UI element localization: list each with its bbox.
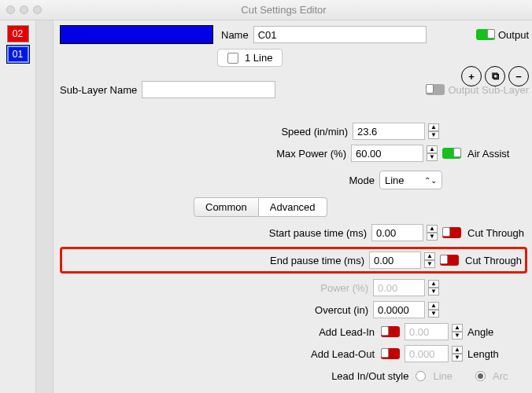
layer-color-swatch[interactable] [60,25,213,44]
air-assist-toggle[interactable] [442,148,461,159]
lead-in-toggle[interactable] [381,326,400,337]
sublayer-input[interactable] [142,81,275,98]
end-pause-row: End pause time (ms) ▲▼ Cut Through [62,251,525,270]
lead-style-line-label: Line [433,370,453,382]
name-row: Name Output [60,25,529,44]
output-sublayer-toggle[interactable] [426,84,445,95]
mode-label: Mode [349,174,375,186]
mode-row: Mode Line ⌃⌄ [60,171,527,189]
start-pause-label: Start pause time (ms) [269,227,367,239]
lead-out-spinner: ▲▼ [452,346,463,362]
speed-label: Speed (in/min) [281,126,348,138]
power-label: Power (%) [320,282,368,294]
one-line-row: 1 Line [60,49,529,67]
lead-out-input [405,345,449,362]
end-pause-highlight: End pause time (ms) ▲▼ Cut Through [60,247,527,274]
lead-in-label: Add Lead-In [319,326,375,338]
end-pause-input[interactable] [369,252,421,269]
speed-input[interactable] [353,123,425,140]
max-power-spinner[interactable]: ▲▼ [427,145,438,161]
lead-out-label: Add Lead-Out [311,348,375,360]
lead-style-label: Lead In/Out style [331,370,408,382]
copy-icon: ⧉ [492,70,499,83]
sublayer-label: Sub-Layer Name [60,84,137,96]
max-power-input[interactable] [351,145,423,162]
lead-in-after: Angle [467,326,527,338]
name-label: Name [221,29,249,41]
lead-style-line-radio[interactable] [416,371,426,381]
overcut-input[interactable] [373,301,425,318]
layer-tile-02[interactable]: 02 [7,25,29,42]
sidebar-gutter [36,20,54,393]
start-pause-row: Start pause time (ms) ▲▼ Cut Through [60,223,527,242]
one-line-button[interactable]: 1 Line [217,49,283,67]
speed-spinner[interactable]: ▲▼ [428,123,439,139]
minus-icon: − [515,71,522,83]
basic-params: Speed (in/min) ▲▼ Max Power (%) ▲▼ Air A… [60,122,529,189]
lead-in-input [405,323,449,340]
start-pause-spinner[interactable]: ▲▼ [427,225,438,241]
overcut-spinner[interactable]: ▲▼ [428,302,439,318]
tab-common[interactable]: Common [194,197,259,217]
lead-style-arc-label: Arc [493,370,527,382]
close-window-icon[interactable] [6,6,15,14]
remove-button[interactable]: − [508,66,529,86]
lead-in-spinner: ▲▼ [452,324,463,340]
end-cut-through-toggle[interactable] [440,255,459,266]
sublayer-row: Sub-Layer Name Output Sub-Layer [60,81,529,98]
tab-advanced[interactable]: Advanced [259,197,327,217]
one-line-checkbox-icon [227,53,238,64]
lead-out-toggle[interactable] [381,348,400,359]
start-cut-through-toggle[interactable] [442,227,461,238]
power-spinner: ▲▼ [428,280,439,296]
lead-style-arc-radio[interactable] [475,371,486,381]
overcut-label: Overcut (in) [315,304,368,316]
minimize-window-icon[interactable] [20,6,28,14]
advanced-params: Start pause time (ms) ▲▼ Cut Through End… [60,223,529,385]
titlebar: Cut Settings Editor [0,0,532,20]
air-assist-label: Air Assist [467,148,527,160]
layer-sidebar: 02 01 [0,20,36,393]
lead-out-after: Length [467,348,527,360]
lead-style-row: Lead In/Out style Line Arc [60,366,527,385]
max-power-label: Max Power (%) [276,148,346,160]
add-button[interactable]: + [461,66,482,86]
plus-icon: + [468,71,475,83]
output-toggle[interactable] [476,29,495,40]
start-pause-input[interactable] [371,224,423,241]
icon-button-row: + ⧉ − [461,66,529,86]
layer-tile-01[interactable]: 01 [7,46,29,63]
power-row: Power (%) ▲▼ [60,278,527,297]
main-panel: Name Output 1 Line + ⧉ − Sub-Layer Name … [54,20,532,393]
zoom-window-icon[interactable] [33,6,42,14]
end-pause-spinner[interactable]: ▲▼ [424,252,435,268]
power-input [373,279,425,296]
end-cut-through-label: Cut Through [465,255,525,266]
lead-in-row: Add Lead-In ▲▼ Angle [60,322,527,341]
one-line-label: 1 Line [245,52,272,64]
end-pause-label: End pause time (ms) [270,255,364,266]
lead-out-row: Add Lead-Out ▲▼ Length [60,344,527,363]
max-power-row: Max Power (%) ▲▼ Air Assist [60,144,527,163]
content-area: 02 01 Name Output 1 Line + ⧉ − S [0,20,532,393]
start-cut-through-label: Cut Through [467,227,527,239]
tabs: Common Advanced [194,197,529,217]
chevron-updown-icon: ⌃⌄ [424,176,437,185]
name-input[interactable] [253,26,427,43]
window-controls [6,6,42,14]
mode-select[interactable]: Line ⌃⌄ [379,171,442,189]
copy-button[interactable]: ⧉ [485,66,505,86]
window-title: Cut Settings Editor [42,4,526,16]
overcut-row: Overcut (in) ▲▼ [60,300,527,319]
output-label: Output [498,29,529,41]
speed-row: Speed (in/min) ▲▼ [60,122,527,141]
mode-value: Line [385,174,405,186]
